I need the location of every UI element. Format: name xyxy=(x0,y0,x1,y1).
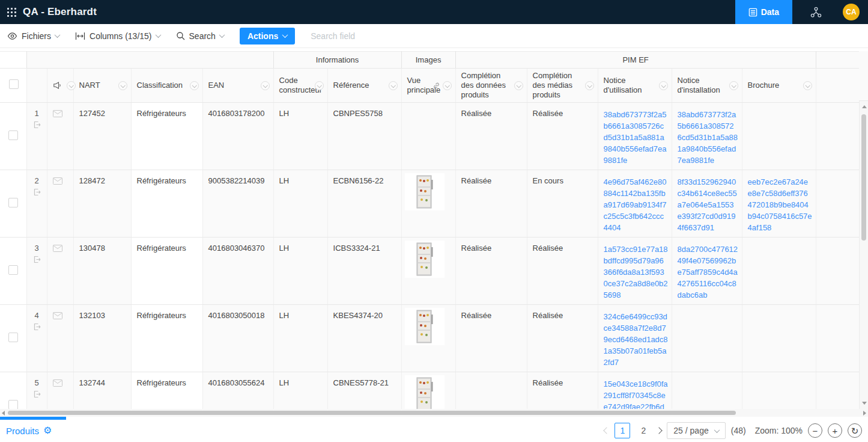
filter-icon[interactable] xyxy=(803,81,812,90)
eye-icon xyxy=(7,31,17,41)
scroll-up-arrow-icon[interactable] xyxy=(862,105,867,108)
tab-produits[interactable]: Produits ⚙ xyxy=(6,426,52,436)
network-nav-button[interactable] xyxy=(792,0,839,24)
cell-notice-installation: 8da2700c47761249f4e07569962be75aff7859c4… xyxy=(672,238,742,305)
horizontal-scrollbar[interactable] xyxy=(0,409,868,417)
notice-utilisation-link[interactable]: 15e043ce18c9f0fa291cff8f70345c8ee742d9fa… xyxy=(604,379,668,409)
open-record-icon[interactable] xyxy=(33,390,41,398)
page-size-select[interactable]: 25 / page xyxy=(667,422,725,439)
cell-notice-utilisation: 38abd673773f2a5b6661a3085726cd5d31b1a5a8… xyxy=(598,103,672,170)
avatar[interactable]: CA xyxy=(843,4,860,20)
zoom-in-button[interactable]: + xyxy=(828,423,842,438)
products-table: Informations Images PIM EF NART Classifi… xyxy=(0,51,859,409)
filter-icon[interactable] xyxy=(443,81,452,90)
filter-icon[interactable] xyxy=(118,81,127,90)
columns-dropdown[interactable]: Columns (13/15) xyxy=(75,31,160,41)
notice-utilisation-link[interactable]: 38abd673773f2a5b6661a3085726cd5d31b1a5a8… xyxy=(604,110,667,165)
open-record-icon[interactable] xyxy=(33,256,41,263)
mail-icon[interactable] xyxy=(53,245,62,252)
product-thumbnail[interactable] xyxy=(405,241,445,278)
next-page-icon[interactable] xyxy=(656,427,663,434)
notice-utilisation-link[interactable]: 324c6e6499cc93dce34588a7f2e8d79ecd6468ed… xyxy=(604,312,668,367)
cell-notice-utilisation: 4e96d75af462e80884c1142ba135fba917d69ab9… xyxy=(598,170,672,238)
scroll-down-arrow-icon[interactable] xyxy=(862,402,867,405)
chevron-down-icon xyxy=(714,427,720,433)
actions-button[interactable]: Actions xyxy=(240,28,295,45)
notice-installation-link[interactable]: 38abd673773f2a5b6661a3085726cd5d31b1a5a8… xyxy=(678,110,738,165)
zoom-level-label: Zoom: 100% xyxy=(755,426,803,435)
search-icon xyxy=(176,31,185,40)
product-thumbnail[interactable] xyxy=(405,173,445,210)
prev-page-icon[interactable] xyxy=(604,427,610,434)
filter-icon[interactable] xyxy=(729,81,738,90)
data-nav-button[interactable]: Data xyxy=(735,0,792,24)
scroll-right-arrow-icon[interactable] xyxy=(863,411,866,416)
group-pim-ef: PIM EF xyxy=(455,52,816,69)
refresh-button[interactable]: ↻ xyxy=(848,423,862,438)
data-list-icon xyxy=(748,8,757,17)
open-record-icon[interactable] xyxy=(33,323,41,331)
row-checkbox[interactable] xyxy=(8,400,18,409)
product-thumbnail[interactable] xyxy=(405,308,445,345)
row-number: 5 xyxy=(34,378,38,387)
select-all-checkbox[interactable] xyxy=(9,79,19,89)
notice-installation-link[interactable]: 8f33d152962940c34b614ce8ec55a7e064e5a155… xyxy=(678,177,737,232)
page-button-1[interactable]: 1 xyxy=(615,423,630,438)
fichiers-dropdown[interactable]: Fichiers xyxy=(7,31,59,41)
open-record-icon[interactable] xyxy=(33,188,41,196)
cell-notice-utilisation: 15e043ce18c9f0fa291cff8f70345c8ee742d9fa… xyxy=(598,372,672,410)
row-checkbox[interactable] xyxy=(8,333,18,342)
filter-icon[interactable] xyxy=(261,81,270,90)
brochure-link[interactable]: eeb7ec2e67a24ee8e7c58d6eff376472018b9be8… xyxy=(748,177,812,232)
group-header-row: Informations Images PIM EF xyxy=(0,52,859,69)
link-icon[interactable] xyxy=(432,82,440,90)
row-mail-cell xyxy=(47,170,73,238)
cell-nart: 128472 xyxy=(73,170,131,238)
table-row: 4 132103 Réfrigérateurs 4016803050018 LH… xyxy=(0,305,859,372)
vertical-scroll-thumb[interactable] xyxy=(861,114,866,241)
row-checkbox[interactable] xyxy=(8,198,18,207)
mail-icon[interactable] xyxy=(53,379,62,387)
mail-icon[interactable] xyxy=(53,177,62,185)
vertical-scrollbar[interactable] xyxy=(859,101,868,409)
active-tab-indicator xyxy=(0,417,66,420)
open-record-icon[interactable] xyxy=(33,121,41,129)
total-count: (48) xyxy=(731,426,746,435)
cell-code-constructeur: LH xyxy=(273,372,327,410)
header-nart: NART xyxy=(73,69,131,103)
horizontal-scroll-thumb[interactable] xyxy=(8,411,736,415)
filter-icon[interactable] xyxy=(659,81,668,90)
filter-icon[interactable] xyxy=(585,81,594,90)
actions-label: Actions xyxy=(247,31,278,41)
filter-icon[interactable] xyxy=(67,81,76,90)
scroll-left-arrow-icon[interactable] xyxy=(2,411,5,416)
cell-classification: Réfrigérateurs xyxy=(131,305,202,372)
page-button-2[interactable]: 2 xyxy=(636,423,651,438)
notice-installation-link[interactable]: 8da2700c47761249f4e07569962be75aff7859c4… xyxy=(678,245,738,299)
mail-icon[interactable] xyxy=(53,110,62,117)
table-row: 1 127452 Réfrigérateurs 4016803178200 LH… xyxy=(0,103,859,170)
notice-utilisation-link[interactable]: 4e96d75af462e80884c1142ba135fba917d69ab9… xyxy=(604,177,667,232)
header-index xyxy=(26,69,47,103)
search-dropdown[interactable]: Search xyxy=(176,31,224,41)
filter-icon[interactable] xyxy=(315,81,324,90)
cell-notice-installation xyxy=(672,372,742,410)
page-size-value: 25 / page xyxy=(673,426,708,435)
row-checkbox[interactable] xyxy=(8,265,18,275)
search-input[interactable] xyxy=(311,31,443,41)
row-checkbox[interactable] xyxy=(8,130,18,140)
mail-icon[interactable] xyxy=(53,312,62,319)
fridge-image xyxy=(414,377,436,409)
product-thumbnail[interactable] xyxy=(405,375,445,409)
gear-icon[interactable]: ⚙ xyxy=(43,426,52,435)
filter-icon[interactable] xyxy=(514,81,523,90)
filter-icon[interactable] xyxy=(389,81,398,90)
cell-completion-medias: Réalisée xyxy=(527,305,598,372)
cell-code-constructeur: LH xyxy=(273,103,327,170)
zoom-out-button[interactable]: − xyxy=(808,423,822,438)
megaphone-icon xyxy=(53,82,62,90)
tab-produits-label: Produits xyxy=(6,426,39,436)
app-launcher-icon[interactable] xyxy=(0,0,23,24)
filter-icon[interactable] xyxy=(190,81,199,90)
notice-utilisation-link[interactable]: 1a573cc91e77a18bdffcd995d79a96366f6da8a1… xyxy=(604,245,668,299)
